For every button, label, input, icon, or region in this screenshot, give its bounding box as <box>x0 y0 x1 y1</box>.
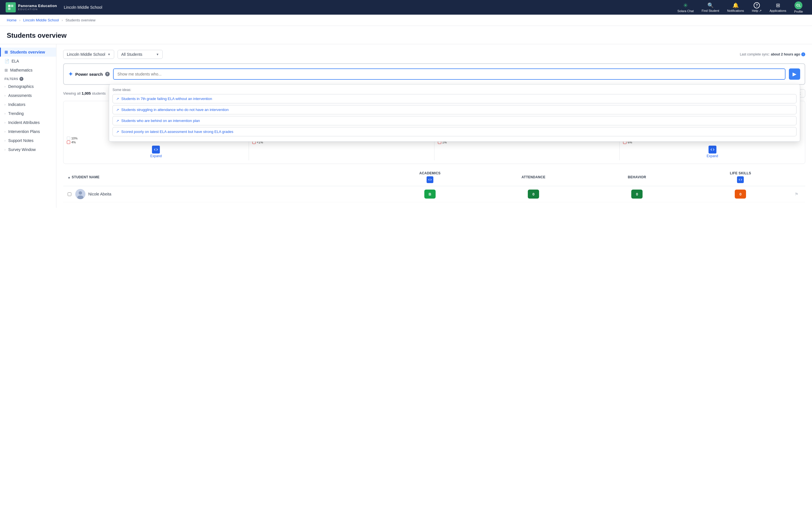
suggestion-item-3[interactable]: ↗ Scored poorly on latest ELA assessment… <box>112 127 797 136</box>
sidebar-item-trending[interactable]: › Trending <box>0 109 56 118</box>
life-skills-cell: 0 <box>689 189 792 199</box>
academics-cell: B <box>378 189 481 199</box>
logo-text: Panorama Education EDUCATION <box>18 4 57 11</box>
school-dropdown-value: Lincoln Middle School <box>67 52 105 57</box>
suggestions-title: Some ideas: <box>112 88 797 92</box>
sidebar-filter-label: Assessments <box>8 93 32 98</box>
profile-nav-item[interactable]: CL Profile <box>791 0 806 14</box>
sidebar-item-ela[interactable]: 📄 ELA <box>0 57 56 66</box>
expand-button-3[interactable]: Expand <box>707 154 718 158</box>
sidebar-item-students-overview[interactable]: ⊞ Students overview <box>0 48 56 57</box>
chevron-right-icon: › <box>4 103 5 106</box>
main-area: Lincoln Middle School ▼ All Students ▼ L… <box>56 44 812 208</box>
student-checkbox[interactable] <box>68 192 71 196</box>
mathematics-icon: ⊞ <box>4 68 8 72</box>
expand-button-0[interactable]: Expand <box>150 154 162 158</box>
filters-help-icon[interactable]: ? <box>19 77 23 81</box>
sidebar-filter-label: Trending <box>8 111 24 116</box>
sidebar-item-support-notes[interactable]: › Support Notes <box>0 136 56 145</box>
power-search-help-icon[interactable]: ? <box>105 72 110 76</box>
th-name: ▲ Student Name <box>68 175 378 179</box>
th-academics: Academics <box>378 171 481 183</box>
breadcrumb-home[interactable]: Home <box>7 18 17 22</box>
help-icon: ? <box>754 2 760 8</box>
table-header: ▲ Student Name Academics Attendance Beha… <box>63 168 805 186</box>
sidebar-item-assessments[interactable]: › Assessments <box>0 91 56 100</box>
suggestion-arrow-icon: ↗ <box>116 108 119 112</box>
life-skills-grade-badge[interactable]: 0 <box>735 189 746 199</box>
chevron-right-icon: › <box>4 121 5 124</box>
help-nav-item[interactable]: ? Help ↗ <box>749 1 765 14</box>
sidebar-item-indicators[interactable]: › Indicators <box>0 100 56 109</box>
sidebar-item-mathematics[interactable]: ⊞ Mathematics <box>0 66 56 75</box>
power-search-input[interactable] <box>113 68 785 80</box>
behavior-grade-badge[interactable]: 0 <box>631 189 643 199</box>
power-search-container: ✦ Power search ? ▶ Some ideas: ↗ Student… <box>63 63 805 85</box>
th-behavior: Behavior <box>585 175 689 179</box>
sidebar-item-label: ELA <box>11 59 19 63</box>
column-code-button-3[interactable] <box>709 146 716 154</box>
suggestions-dropdown: Some ideas: ↗ Students in 7th grade fail… <box>109 84 800 142</box>
chevron-right-icon: › <box>4 130 5 133</box>
legend-box <box>67 136 70 140</box>
logo[interactable]: Panorama Education EDUCATION <box>6 2 57 12</box>
power-search-submit-button[interactable]: ▶ <box>789 68 800 80</box>
logo-icon <box>6 2 16 12</box>
power-search-label: ✦ Power search ? <box>68 71 110 77</box>
life-skills-code-button[interactable] <box>737 176 744 183</box>
chevron-right-icon: › <box>4 148 5 151</box>
sparkle-icon: ✦ <box>68 71 73 77</box>
sidebar-item-incident-attributes[interactable]: › Incident Attributes <box>0 118 56 127</box>
main-layout: ⊞ Students overview 📄 ELA ⊞ Mathematics … <box>0 44 812 208</box>
breadcrumb: Home › Lincoln Middle School › Students … <box>0 15 812 26</box>
svg-rect-3 <box>11 8 13 10</box>
column-code-button-0[interactable] <box>152 146 160 154</box>
notifications-nav-item[interactable]: 🔔 Notifications <box>724 1 748 13</box>
sidebar-item-survey-window[interactable]: › Survey Window <box>0 145 56 154</box>
ela-icon: 📄 <box>4 59 9 63</box>
sidebar-filter-label: Support Notes <box>8 138 34 143</box>
page-title: Students overview <box>7 32 805 40</box>
power-search-row: ✦ Power search ? ▶ <box>68 68 800 80</box>
filters-row: Lincoln Middle School ▼ All Students ▼ L… <box>63 50 805 59</box>
avatar <box>75 189 86 199</box>
sidebar-filter-label: Demographics <box>8 84 34 89</box>
attendance-grade-badge[interactable]: 0 <box>528 189 539 199</box>
sidebar-item-demographics[interactable]: › Demographics <box>0 82 56 91</box>
suggestion-item-2[interactable]: ↗ Students who are behind on an interven… <box>112 116 797 125</box>
legend-box <box>67 140 70 144</box>
sync-info-icon[interactable]: i <box>801 52 805 56</box>
suggestion-arrow-icon: ↗ <box>116 97 119 101</box>
students-dropdown[interactable]: All Students ▼ <box>117 50 163 59</box>
svg-rect-0 <box>8 5 10 7</box>
find-student-icon: 🔍 <box>707 2 714 8</box>
attendance-cell: 0 <box>482 189 585 199</box>
academics-grade-badge[interactable]: B <box>424 189 436 199</box>
notifications-icon: 🔔 <box>732 2 739 8</box>
table-row: Nicole Abeita B 0 0 0 ⚑ <box>63 186 805 202</box>
breadcrumb-school[interactable]: Lincoln Middle School <box>23 18 59 22</box>
find-student-nav-item[interactable]: 🔍 Find Student <box>698 1 723 13</box>
chevron-right-icon: › <box>4 112 5 115</box>
suggestion-item-1[interactable]: ↗ Students struggling in attendance who … <box>112 105 797 114</box>
viewing-text: Viewing all 1,005 students <box>63 91 106 96</box>
sidebar-item-intervention-plans[interactable]: › Intervention Plans <box>0 127 56 136</box>
solara-chat-nav-item[interactable]: ✳ Solara Chat <box>674 1 697 14</box>
page-header: Students overview <box>0 26 812 44</box>
sidebar-filter-label: Survey Window <box>8 147 36 152</box>
svg-point-5 <box>79 191 82 194</box>
chevron-right-icon: › <box>4 139 5 142</box>
page-content: Students overview ⊞ Students overview 📄 … <box>0 26 812 507</box>
students-dropdown-value: All Students <box>121 52 142 57</box>
dropdown-arrow-icon: ▼ <box>107 53 110 56</box>
applications-nav-item[interactable]: ⊞ Applications <box>766 1 790 13</box>
sidebar-item-label: Mathematics <box>10 68 33 72</box>
school-dropdown[interactable]: Lincoln Middle School ▼ <box>63 50 114 59</box>
flag-icon[interactable]: ⚑ <box>795 191 799 197</box>
solara-icon: ✳ <box>683 2 688 9</box>
student-name[interactable]: Nicole Abeita <box>88 192 111 196</box>
academics-code-button[interactable] <box>426 176 434 183</box>
suggestion-item-0[interactable]: ↗ Students in 7th grade failing ELA with… <box>112 94 797 103</box>
sync-info: Last complete sync: about 2 hours ago i <box>740 52 805 56</box>
avatar: CL <box>795 1 802 9</box>
